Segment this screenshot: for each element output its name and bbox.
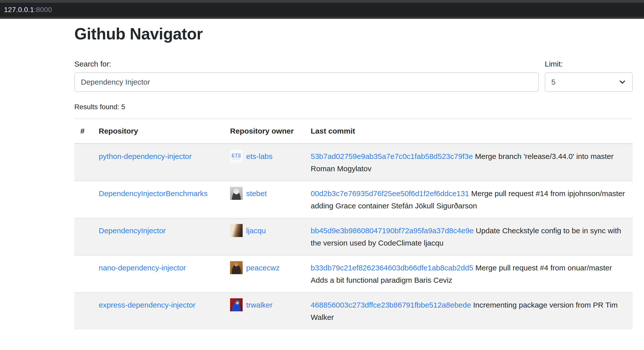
commit-hash-link[interactable]: bb45d9e3b98608047190bf72a95fa9a37d8c4e9e: [311, 226, 474, 235]
table-row: python-dependency-injector ETSets-labs 5…: [74, 144, 633, 181]
row-number-cell: [74, 218, 93, 255]
commit-cell: 00d2b3c7e76935d76f25ee50f6d1f2ef6ddce131…: [305, 181, 633, 218]
owner-avatar: [230, 224, 243, 237]
commit-cell: 53b7ad02759e9ab35a7e7c0c1fab58d523c79f3e…: [305, 144, 633, 181]
commit-hash-link[interactable]: 00d2b3c7e76935d76f25ee50f6d1f2ef6ddce131: [311, 189, 469, 198]
limit-label: Limit:: [545, 60, 633, 68]
repository-cell: DependencyInjector: [93, 218, 224, 255]
repository-link[interactable]: DependencyInjector: [99, 226, 166, 235]
results-table: # Repository Repository owner Last commi…: [74, 119, 633, 329]
commit-cell: b33db79c21ef8262364603db66dfe1ab8cab2dd5…: [305, 255, 633, 293]
search-input[interactable]: [74, 72, 539, 92]
table-row: DependencyInjector ljacqu bb45d9e3b98608…: [74, 218, 633, 255]
url-port: :8000: [34, 6, 52, 14]
repository-link[interactable]: express-dependency-injector: [99, 301, 195, 309]
search-label: Search for:: [74, 60, 539, 68]
row-number-cell: [74, 144, 93, 181]
table-row: express-dependency-injector trwalker 468…: [74, 293, 633, 329]
url-host: 127.0.0.1: [4, 6, 34, 14]
owner-link[interactable]: stebet: [246, 189, 267, 198]
repository-cell: python-dependency-injector: [93, 144, 224, 181]
owner-cell: trwalker: [224, 293, 305, 329]
owner-link[interactable]: ljacqu: [246, 226, 266, 235]
search-form: Search for: Limit: 5: [74, 60, 633, 92]
repository-cell: nano-dependency-injector: [93, 255, 224, 293]
chevron-down-icon: [618, 78, 627, 86]
table-row: nano-dependency-injector peacecwz b33db7…: [74, 255, 633, 293]
header-repository: Repository: [93, 119, 224, 144]
header-number: #: [74, 119, 93, 144]
repository-link[interactable]: python-dependency-injector: [99, 152, 192, 160]
avatar-logo-text: ETS: [232, 153, 241, 158]
row-number-cell: [74, 293, 93, 329]
owner-link[interactable]: peacecwz: [246, 264, 280, 272]
owner-cell: ljacqu: [224, 218, 305, 255]
table-header-row: # Repository Repository owner Last commi…: [74, 119, 633, 144]
commit-hash-link[interactable]: b33db79c21ef8262364603db66dfe1ab8cab2dd5: [311, 264, 473, 272]
owner-link[interactable]: ets-labs: [246, 152, 273, 160]
page-title: Github Navigator: [74, 24, 633, 44]
header-repository-owner: Repository owner: [224, 119, 305, 144]
owner-avatar: [230, 261, 243, 274]
header-last-commit: Last commit: [305, 119, 633, 144]
commit-cell: bb45d9e3b98608047190bf72a95fa9a37d8c4e9e…: [305, 218, 633, 255]
limit-select[interactable]: 5: [545, 72, 633, 92]
commit-cell: 468856003c273dffce23b86791fbbe512a8ebede…: [305, 293, 633, 329]
limit-selected-value: 5: [551, 78, 556, 86]
repository-cell: express-dependency-injector: [93, 293, 224, 329]
owner-avatar: ETS: [230, 150, 243, 163]
owner-avatar: [230, 298, 243, 311]
page-content: Github Navigator Search for: Limit: 5 Re…: [74, 24, 633, 329]
url-text: 127.0.0.1:8000: [4, 6, 52, 14]
results-count: Results found: 5: [74, 103, 633, 111]
row-number-cell: [74, 255, 93, 293]
browser-address-bar[interactable]: 127.0.0.1:8000: [0, 0, 644, 19]
owner-avatar: [230, 187, 243, 200]
table-row: DependencyInjectorBenchmarks stebet 00d2…: [74, 181, 633, 218]
repository-link[interactable]: nano-dependency-injector: [99, 264, 186, 272]
owner-cell: stebet: [224, 181, 305, 218]
owner-cell: peacecwz: [224, 255, 305, 293]
commit-hash-link[interactable]: 468856003c273dffce23b86791fbbe512a8ebede: [311, 301, 471, 309]
owner-link[interactable]: trwalker: [246, 301, 273, 309]
repository-cell: DependencyInjectorBenchmarks: [93, 181, 224, 218]
row-number-cell: [74, 181, 93, 218]
repository-link[interactable]: DependencyInjectorBenchmarks: [99, 189, 208, 198]
owner-cell: ETSets-labs: [224, 144, 305, 181]
commit-hash-link[interactable]: 53b7ad02759e9ab35a7e7c0c1fab58d523c79f3e: [311, 152, 473, 160]
